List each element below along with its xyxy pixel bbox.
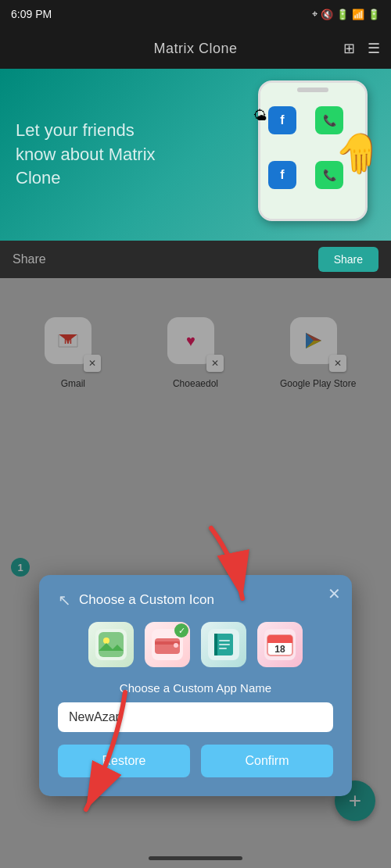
svg-rect-24	[219, 640, 230, 641]
choose-name-label: Choose a Custom App Name	[58, 681, 333, 695]
menu-icon[interactable]: ☰	[368, 40, 380, 57]
svg-rect-20	[174, 643, 178, 648]
hand-icon: 🤚	[335, 131, 383, 177]
icon-choice-calendar[interactable]: 18	[257, 622, 303, 667]
svg-rect-26	[219, 648, 227, 649]
share-label: Share	[13, 252, 46, 266]
book-icon	[201, 622, 246, 667]
gallery-icon	[88, 622, 134, 667]
status-icons: ⌖ 🔇 🔋 📶 🔋	[312, 8, 380, 20]
battery-icon: 🔋	[368, 9, 380, 20]
mute-icon: 🔇	[321, 9, 333, 20]
app-name-input[interactable]	[58, 702, 333, 732]
phone-fb2-icon: f	[268, 161, 296, 189]
icon-choice-wallet[interactable]: ✓	[145, 622, 190, 667]
svg-rect-15	[99, 632, 124, 657]
time: 6:09 PM	[11, 8, 52, 20]
dialog-close-button[interactable]: ✕	[328, 584, 341, 603]
phone-wa-icon: 📞	[315, 106, 343, 134]
status-bar: 6:09 PM ⌖ 🔇 🔋 📶 🔋	[0, 0, 391, 28]
name-input-wrapper	[58, 702, 333, 732]
wallet-check-icon: ✓	[174, 623, 188, 638]
phone-fb-icon: f	[268, 106, 296, 134]
share-button[interactable]: Share	[318, 247, 378, 272]
icon-choice-book[interactable]	[201, 622, 246, 667]
main-content: 1 M ✕ Gmail	[0, 278, 391, 868]
svg-text:18: 18	[274, 644, 285, 655]
svg-rect-25	[219, 644, 230, 645]
confirm-button[interactable]: Confirm	[201, 745, 333, 777]
phone-notch	[297, 88, 328, 92]
banner: Let your friends know about Matrix Clone…	[0, 69, 391, 241]
banner-text: Let your friends know about Matrix Clone	[16, 119, 172, 191]
svg-rect-30	[267, 640, 292, 643]
arrow-point-icon	[188, 520, 266, 614]
dialog-buttons: Restore Confirm	[58, 745, 333, 777]
battery-x-icon: 🔋	[336, 9, 349, 20]
icon-choice-gallery[interactable]	[88, 622, 134, 667]
app-header: Matrix Clone ⊞ ☰	[0, 28, 391, 69]
header-icons: ⊞ ☰	[343, 40, 380, 57]
app-title: Matrix Clone	[153, 41, 237, 57]
svg-rect-23	[214, 634, 217, 655]
cursor-icon: ↖	[58, 591, 71, 609]
restore-button[interactable]: Restore	[58, 745, 190, 777]
location-icon: ⌖	[312, 8, 317, 20]
sun-decor: 🌤	[253, 108, 267, 124]
icon-choices: ✓	[58, 622, 333, 667]
svg-point-16	[103, 638, 109, 644]
ar-icon[interactable]: ⊞	[343, 40, 355, 57]
share-bar: Share Share	[0, 241, 391, 278]
calendar-icon: 18	[257, 622, 303, 667]
wifi-icon: 📶	[352, 9, 364, 20]
